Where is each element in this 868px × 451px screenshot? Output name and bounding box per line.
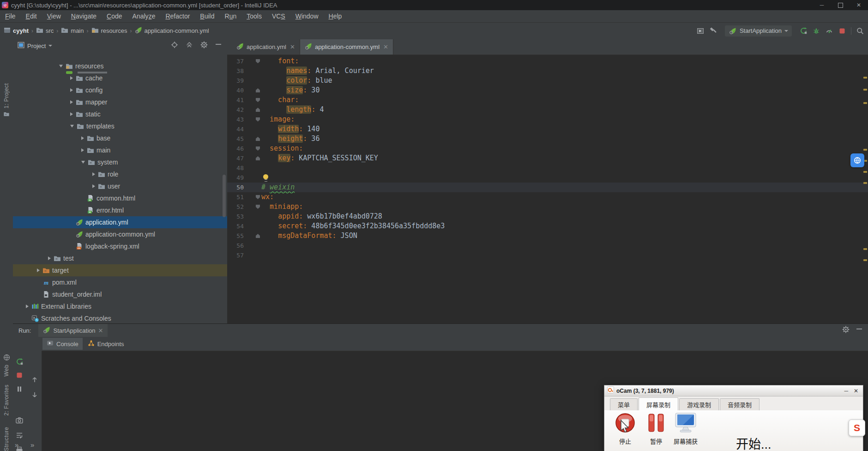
menu-item-vcs[interactable]: VCS [267, 10, 290, 22]
fold-marker-icon[interactable] [256, 108, 260, 112]
stripe-project-button[interactable]: 1: Project [0, 83, 13, 119]
menu-item-help[interactable]: Help [324, 10, 347, 22]
collapse-all-icon[interactable] [186, 41, 193, 50]
ocam-minimize-button[interactable]: ─ [844, 388, 848, 394]
run-config-tab[interactable]: StartApplication ✕ [38, 324, 108, 337]
intention-bulb-icon[interactable] [263, 174, 269, 181]
close-icon[interactable]: ✕ [290, 43, 295, 50]
ocam-tab-菜单[interactable]: 菜单 [610, 398, 638, 410]
fold-marker-icon[interactable] [256, 156, 260, 160]
menu-item-view[interactable]: View [42, 10, 66, 22]
expand-arrow-icon[interactable] [81, 148, 84, 152]
breadcrumb-item-cyyht[interactable]: cyyht [4, 27, 29, 35]
tree-item-main[interactable]: main [13, 144, 227, 156]
profiler-button[interactable] [825, 27, 833, 35]
ocam-title-bar[interactable]: oCam (3, 7, 1881, 979) ─ ✕ [604, 385, 863, 396]
tree-item-mapper[interactable]: mapper [13, 96, 227, 108]
down-arrow-icon[interactable] [30, 390, 39, 399]
fold-marker-icon[interactable] [256, 98, 260, 102]
fold-marker-icon[interactable] [256, 205, 260, 209]
fold-marker-icon[interactable] [256, 59, 260, 63]
floating-browser-button[interactable] [850, 153, 864, 167]
rerun-console-icon[interactable] [15, 357, 24, 366]
ocam-tab-音频录制[interactable]: 音频录制 [720, 398, 760, 410]
menu-item-window[interactable]: Window [290, 10, 324, 22]
tree-item-logback-spring-xml[interactable]: <>logback-spring.xml [13, 240, 227, 252]
stripe-web-button[interactable]: Web [0, 354, 13, 377]
fold-marker-icon[interactable] [256, 137, 260, 141]
tree-item-resources[interactable]: resources [13, 60, 227, 72]
tree-item-target[interactable]: target [13, 264, 227, 276]
hide-panel-icon[interactable] [215, 41, 222, 50]
close-button[interactable]: ✕ [850, 0, 868, 10]
editor-tab-application-common-yml[interactable]: application-common.yml✕ [300, 39, 393, 55]
sogou-tray-icon[interactable]: S [849, 420, 865, 436]
expand-arrow-icon[interactable] [70, 112, 73, 116]
breadcrumb-item-resources[interactable]: resources [91, 27, 127, 35]
toolwindow-icon[interactable] [696, 27, 705, 35]
expand-arrow-icon[interactable] [81, 136, 84, 140]
tree-item-role[interactable]: role [13, 168, 227, 180]
stripe-favorites-button[interactable]: 2: Favorites [0, 384, 13, 416]
expand-arrow-icon[interactable] [92, 172, 95, 176]
menu-item-refactor[interactable]: Refactor [160, 10, 195, 22]
tree-item-pom-xml[interactable]: mpom.xml [13, 276, 227, 288]
fold-marker-icon[interactable] [256, 117, 260, 122]
expand-arrow-icon[interactable] [81, 161, 85, 164]
expand-arrow-icon[interactable] [92, 184, 95, 188]
run-configuration-select[interactable]: StartApplication [725, 25, 792, 37]
menu-item-build[interactable]: Build [195, 10, 219, 22]
run-view-tab-endpoints[interactable]: Endpoints [84, 338, 128, 350]
up-arrow-icon[interactable] [30, 376, 39, 384]
settings-gear-icon[interactable] [200, 41, 208, 50]
expand-arrow-icon[interactable] [70, 76, 73, 80]
stripe-structure-button[interactable]: 7: Structure [0, 427, 13, 451]
build-icon[interactable] [709, 27, 717, 35]
expand-arrow-icon[interactable] [26, 305, 29, 308]
tree-item-user[interactable]: user [13, 180, 227, 192]
stop-button[interactable] [838, 27, 846, 35]
debug-button[interactable] [812, 27, 820, 35]
menu-item-run[interactable]: Run [220, 10, 242, 22]
menu-item-code[interactable]: Code [102, 10, 127, 22]
tree-item-application-yml[interactable]: application.yml [13, 216, 227, 228]
run-settings-gear-icon[interactable] [842, 326, 850, 335]
tree-item-external-libraries[interactable]: External Libraries [13, 300, 227, 312]
breadcrumb-item-main[interactable]: main [61, 27, 84, 35]
menu-item-analyze[interactable]: Analyze [127, 10, 161, 22]
tree-item-student-order-iml[interactable]: student_order.iml [13, 288, 227, 300]
maximize-button[interactable] [831, 0, 850, 10]
pause-console-icon[interactable] [15, 385, 24, 393]
expand-arrow-icon[interactable] [70, 100, 73, 104]
minimize-button[interactable]: ─ [813, 0, 831, 10]
tree-item-base[interactable]: base [13, 132, 227, 144]
tree-item-error-html[interactable]: Herror.html [13, 204, 227, 216]
ocam-tab-屏幕录制[interactable]: 屏幕录制 [639, 397, 678, 411]
more-actions-chevron[interactable]: » [30, 441, 34, 449]
tree-item-config[interactable]: config [13, 84, 227, 96]
tree-item-test[interactable]: test [13, 252, 227, 264]
tree-item-cache[interactable]: cache [13, 72, 227, 84]
camera-console-icon[interactable] [15, 416, 24, 425]
locate-file-icon[interactable] [171, 41, 178, 50]
wrap-console-icon[interactable] [15, 431, 24, 439]
fold-marker-icon[interactable] [256, 88, 260, 92]
chevron-down-icon[interactable] [48, 45, 52, 47]
menu-item-file[interactable]: File [0, 10, 21, 22]
fold-marker-icon[interactable] [256, 195, 260, 199]
close-icon[interactable]: ✕ [383, 43, 388, 50]
tree-item-scratches-and-consoles[interactable]: Scratches and Consoles [13, 312, 227, 323]
expand-arrow-icon[interactable] [37, 268, 40, 272]
expand-arrow-icon[interactable] [48, 256, 51, 260]
ocam-button-暂停[interactable]: 暂停 [647, 412, 665, 445]
expand-arrow-icon[interactable] [70, 88, 73, 92]
expand-arrow-icon[interactable] [59, 65, 63, 67]
menu-item-navigate[interactable]: Navigate [66, 10, 102, 22]
project-view-select[interactable]: Project [27, 43, 46, 49]
tree-item-application-common-yml[interactable]: application-common.yml [13, 228, 227, 240]
breadcrumb-item-application-common-yml[interactable]: application-common.yml [135, 26, 209, 35]
ocam-button-屏幕捕获[interactable]: 屏幕捕获 [674, 412, 698, 445]
run-view-tab-console[interactable]: Console [42, 338, 83, 350]
tree-item-static[interactable]: static [13, 108, 227, 120]
project-tree[interactable]: resourcescacheconfigmapperstatictemplate… [13, 56, 227, 323]
